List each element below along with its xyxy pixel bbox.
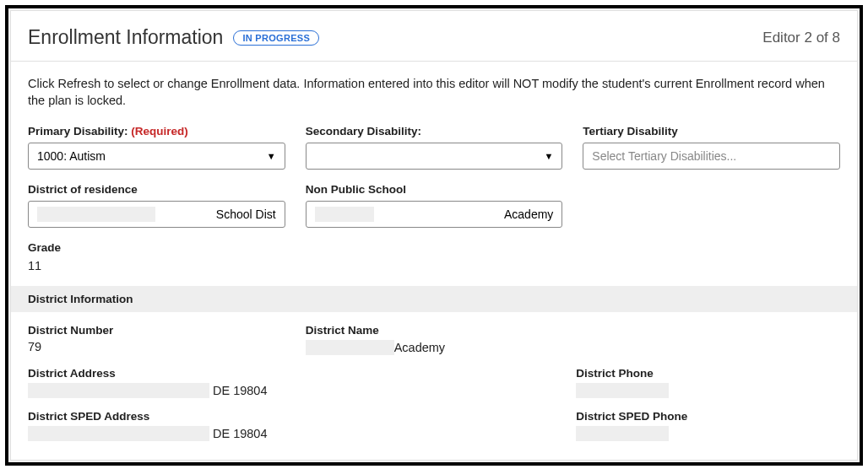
district-address-value: DE 19804 (28, 383, 556, 398)
redacted-block (306, 340, 394, 355)
district-number-value: 79 (28, 340, 285, 353)
redacted-block (37, 207, 155, 222)
tertiary-disability-placeholder: Select Tertiary Disabilities... (592, 149, 736, 163)
required-marker: (Required) (131, 125, 188, 137)
district-phone-label: District Phone (576, 367, 840, 380)
primary-disability-value: 1000: Autism (37, 149, 106, 163)
district-sped-phone-value (576, 426, 840, 441)
redacted-block (576, 426, 669, 441)
primary-disability-select[interactable]: 1000: Autism ▼ (28, 143, 285, 170)
header: Enrollment Information IN PROGRESS Edito… (11, 11, 857, 62)
district-residence-suffix: School Dist (216, 208, 276, 221)
secondary-disability-select[interactable]: ▼ (306, 143, 563, 170)
redacted-block (315, 207, 374, 222)
tertiary-disability-label: Tertiary Disability (583, 125, 840, 137)
district-sped-address-label: District SPED Address (28, 410, 556, 423)
tertiary-disability-select[interactable]: Select Tertiary Disabilities... (583, 143, 840, 170)
district-phone-value (576, 383, 840, 398)
grade-value: 11 (28, 259, 840, 272)
non-public-school-input[interactable]: Academy (306, 201, 563, 228)
non-public-school-suffix: Academy (504, 208, 553, 221)
district-residence-input[interactable]: School Dist (28, 201, 285, 228)
chevron-down-icon: ▼ (544, 151, 553, 161)
redacted-block (576, 383, 669, 398)
chevron-down-icon: ▼ (267, 151, 276, 161)
district-name-label: District Name (306, 324, 563, 337)
redacted-block (28, 426, 209, 441)
status-badge: IN PROGRESS (233, 30, 319, 46)
editor-count: Editor 2 of 8 (762, 30, 840, 46)
secondary-disability-label: Secondary Disability: (306, 125, 563, 137)
redacted-block (28, 383, 209, 398)
district-address-label: District Address (28, 367, 556, 380)
district-name-value: Academy (306, 340, 563, 355)
district-number-label: District Number (28, 324, 285, 337)
grade-label: Grade (28, 241, 840, 254)
page-title: Enrollment Information (28, 26, 223, 49)
primary-disability-label: Primary Disability: (Required) (28, 125, 285, 137)
intro-text: Click Refresh to select or change Enroll… (28, 75, 840, 110)
district-info-header: District Information (11, 286, 857, 312)
district-sped-address-value: DE 19804 (28, 426, 556, 441)
district-residence-label: District of residence (28, 183, 285, 196)
non-public-school-label: Non Public School (306, 183, 563, 196)
district-sped-phone-label: District SPED Phone (576, 410, 840, 423)
